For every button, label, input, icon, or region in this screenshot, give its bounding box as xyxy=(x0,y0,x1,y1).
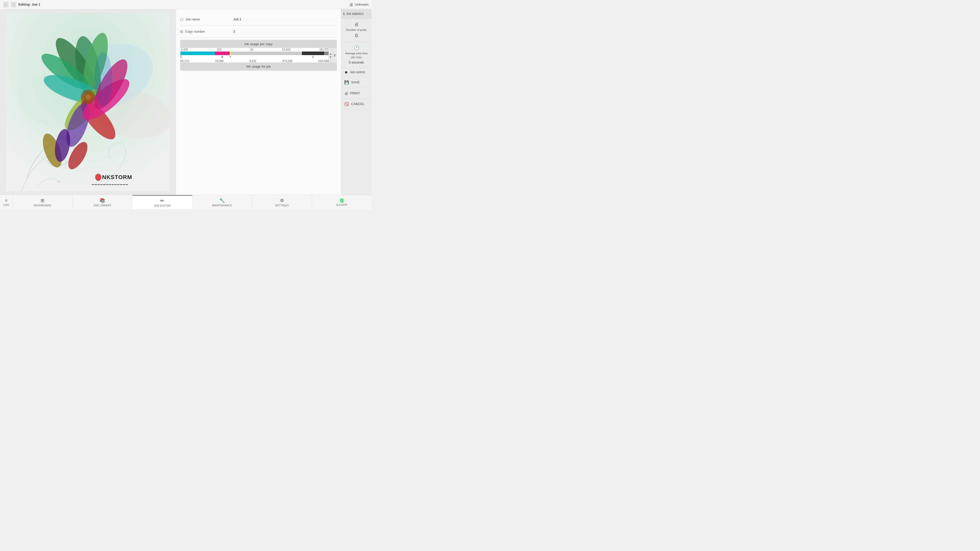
job-editor-icon: ✏ xyxy=(160,198,164,203)
svg-point-21 xyxy=(86,94,91,100)
copy-number-row: ⧉ Copy number xyxy=(180,25,337,38)
bottom-nav: ≡ LOG ⊞ DASHBOARD 📚 JOB LIBRARY ✏ JOB ED… xyxy=(0,195,372,209)
ink-dollar-sign: $ xyxy=(332,48,337,62)
ink-k-bottom: 474,246 xyxy=(282,59,293,62)
ink-extra-top: 18,170 xyxy=(319,48,328,51)
dashboard-nav-item[interactable]: ⊞ DASHBOARD xyxy=(13,195,73,209)
job-name-icon: ◻ xyxy=(180,17,183,22)
log-icon: ≡ xyxy=(5,198,7,203)
nav-forward-button[interactable]: › xyxy=(11,2,16,7)
job-control-button[interactable]: ⏺ Job control xyxy=(341,68,372,77)
maintenance-icon: 🔧 xyxy=(219,198,225,203)
ink-per-copy-header: Ink usage per copy xyxy=(180,40,337,48)
job-library-icon: 📚 xyxy=(100,198,105,203)
printer-status: 🖨 Unknown xyxy=(349,2,369,7)
svg-point-4 xyxy=(58,181,60,183)
printer-name: Unknown xyxy=(355,3,369,6)
avg-print-time-label: Average print time per copy xyxy=(343,52,369,59)
ink-bar xyxy=(180,52,328,55)
cancel-button[interactable]: 🚫 CANCEL xyxy=(341,99,372,110)
dashboard-label: DASHBOARD xyxy=(34,204,51,207)
svg-point-23 xyxy=(96,175,100,179)
clock-icon: 🕐 xyxy=(343,45,369,51)
prints-icon: 🖨 xyxy=(343,22,369,27)
editing-label: Editing: Job 1 xyxy=(18,3,40,6)
logo-group: NKSTORM ▬▬▬▬▬▬▬▬▬▬▬▬▬ xyxy=(92,174,132,186)
save-button[interactable]: 💾 SAVE xyxy=(341,77,372,88)
preview-area: NKSTORM ▬▬▬▬▬▬▬▬▬▬▬▬▬ xyxy=(0,9,176,195)
ink-total-bottom: 618,589 xyxy=(318,59,328,62)
print-icon: 🖨 xyxy=(344,91,348,95)
quickrip-label: QuickRIP xyxy=(336,203,348,206)
ink-label-empty xyxy=(231,56,302,59)
number-of-prints-value: 0 xyxy=(343,33,369,38)
job-statistics-icon: ℹ xyxy=(343,12,345,16)
copy-number-input[interactable] xyxy=(231,28,337,35)
copy-number-icon: ⧉ xyxy=(180,29,183,34)
ink-bottom-values: 56,172 78,000 9,631 474,246 618,589 xyxy=(180,59,328,62)
ink-label-k: K xyxy=(302,56,325,59)
ink-scroll-down[interactable]: ▼ xyxy=(329,56,332,59)
ink-row-inner: 2,435 103 10 15,622 18,170 xyxy=(180,48,328,62)
save-label: SAVE xyxy=(351,80,360,84)
maintenance-label: MAINTENANCE xyxy=(212,204,232,207)
svg-point-15 xyxy=(94,52,112,106)
copy-number-label-container: ⧉ Copy number xyxy=(180,29,231,34)
maintenance-nav-item[interactable]: 🔧 MAINTENANCE xyxy=(192,195,252,209)
ink-label-extra xyxy=(324,56,328,59)
ink-y-bottom: 9,631 xyxy=(249,59,256,62)
job-library-label: JOB LIBRARY xyxy=(94,204,111,207)
cancel-label: CANCEL xyxy=(351,102,365,106)
job-library-nav-item[interactable]: 📚 JOB LIBRARY xyxy=(73,195,133,209)
job-preview-svg: NKSTORM ▬▬▬▬▬▬▬▬▬▬▬▬▬ xyxy=(6,13,170,191)
quickrip-icon: Q xyxy=(340,198,344,203)
ink-y-top: 10 xyxy=(250,48,253,51)
job-statistics-button[interactable]: ℹ Job statistics xyxy=(341,9,372,19)
ink-bar-extra xyxy=(324,52,328,55)
job-control-label: Job control xyxy=(350,70,365,74)
settings-label: SETTINGS xyxy=(275,204,289,207)
ink-c-top: 2,435 xyxy=(181,48,188,51)
job-editor-panel: ◻ Job name ⧉ Copy number Ink usage per c… xyxy=(176,9,341,195)
save-icon: 💾 xyxy=(344,80,349,85)
ink-label-m: M xyxy=(215,56,229,59)
ink-label-c: C xyxy=(180,56,215,59)
ink-bar-cyan xyxy=(180,52,215,55)
log-button[interactable]: ≡ LOG xyxy=(0,195,13,209)
ink-label-y: Y xyxy=(229,56,231,59)
quickrip-nav-item[interactable]: Q QuickRIP xyxy=(312,195,372,209)
ink-scroll-up[interactable]: ▲ xyxy=(329,52,332,56)
job-name-input[interactable] xyxy=(231,16,337,23)
preview-image: NKSTORM ▬▬▬▬▬▬▬▬▬▬▬▬▬ xyxy=(6,13,170,191)
job-name-label: Job name xyxy=(185,17,200,21)
ink-bar-black xyxy=(302,52,324,55)
dashboard-icon: ⊞ xyxy=(41,198,45,203)
nav-back-button[interactable]: ‹ xyxy=(3,2,9,7)
ink-m-bottom: 78,000 xyxy=(215,59,224,62)
settings-icon: ⚙ xyxy=(280,198,284,203)
ink-m-top: 103 xyxy=(217,48,221,51)
ink-scroll-arrows[interactable]: ▲ ▼ xyxy=(328,48,332,62)
number-of-prints-label: Number of prints xyxy=(343,28,369,32)
svg-text:NKSTORM: NKSTORM xyxy=(102,174,132,180)
ink-bar-labels: C M Y K xyxy=(180,55,328,59)
job-name-row: ◻ Job name xyxy=(180,13,337,25)
ink-bar-wrapper: 2,435 103 10 15,622 18,170 xyxy=(180,48,337,62)
right-panel: ℹ Job statistics 🖨 Number of prints 0 🕐 … xyxy=(341,9,372,195)
top-bar-left: ‹ › Editing: Job 1 xyxy=(3,2,40,7)
copy-number-label: Copy number xyxy=(185,30,205,33)
svg-text:▬▬▬▬▬▬▬▬▬▬▬▬▬: ▬▬▬▬▬▬▬▬▬▬▬▬▬ xyxy=(92,183,128,186)
cancel-icon: 🚫 xyxy=(344,102,349,106)
ink-top-values: 2,435 103 10 15,622 18,170 xyxy=(180,48,328,51)
editing-job-name: Job 1 xyxy=(32,3,40,6)
job-statistics-label: Job statistics xyxy=(346,12,364,16)
ink-bar-magenta xyxy=(215,52,229,55)
job-editor-nav-item[interactable]: ✏ JOB EDITOR xyxy=(132,195,192,209)
printer-icon: 🖨 xyxy=(349,2,353,7)
job-name-label-container: ◻ Job name xyxy=(180,17,231,22)
ink-for-job-header: Ink usage for job xyxy=(180,62,337,70)
main-layout: NKSTORM ▬▬▬▬▬▬▬▬▬▬▬▬▬ ◻ Job name ⧉ Copy … xyxy=(0,9,372,195)
print-button[interactable]: 🖨 PRINT xyxy=(341,88,372,99)
avg-print-time-block: 🕐 Average print time per copy 0 seconds xyxy=(341,42,372,68)
settings-nav-item[interactable]: ⚙ SETTINGS xyxy=(252,195,312,209)
